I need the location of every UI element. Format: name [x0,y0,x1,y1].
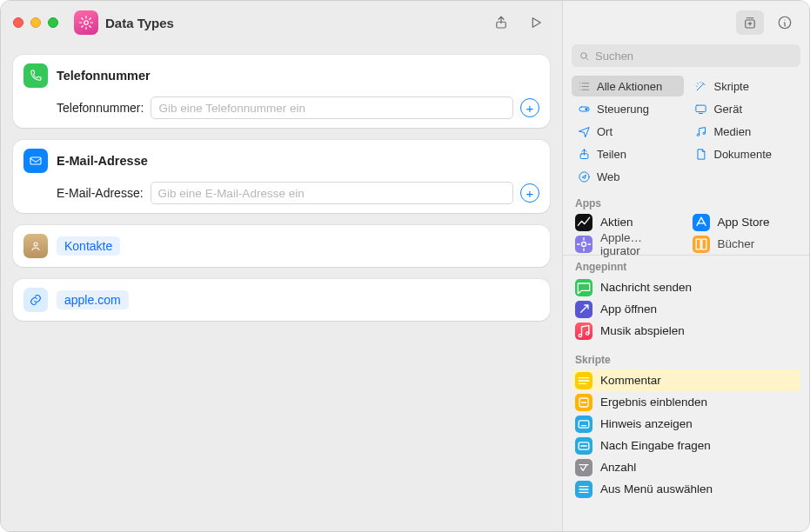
svg-point-11 [703,132,706,135]
app-item[interactable]: Aktien [572,211,684,233]
app-item[interactable]: Bücher [689,233,801,255]
svg-point-16 [586,331,589,334]
switch-icon [577,102,591,116]
svg-rect-9 [696,105,706,112]
sidebar-toolbar [563,1,809,44]
list-item[interactable]: Nachricht senden [572,276,800,298]
svg-point-15 [579,334,581,336]
editor-canvas[interactable]: Telefonnummer Telefonnummer: + E-Mail-Ad… [1,44,562,531]
category-share[interactable]: Teilen [572,143,684,164]
svg-point-3 [34,243,37,246]
param-label: Telefonnummer: [57,101,144,115]
category-label: Dokumente [714,148,772,161]
category-label: Medien [714,125,752,138]
add-value-button[interactable]: + [520,98,539,117]
open-app-icon [575,301,592,318]
list-icon [577,79,591,93]
compass-icon [577,170,591,183]
app-label: Bücher [718,237,755,250]
stocks-icon [575,214,592,231]
library-sidebar: Alle Aktionen Skripte Steuerung Gerät Or… [562,1,809,531]
document-icon [694,147,708,161]
category-web[interactable]: Web [572,166,684,187]
add-value-button[interactable]: + [520,183,539,203]
list-item[interactable]: Anzahl [572,456,800,478]
action-contacts[interactable]: Kontakte [13,225,550,267]
shortcut-icon [74,10,98,35]
wand-icon [694,79,708,93]
category-location[interactable]: Ort [572,121,684,142]
list-label: Musik abspielen [600,324,685,337]
action-title: Telefonnummer [57,69,151,83]
category-media[interactable]: Medien [689,121,801,142]
url-token[interactable]: apple.com [57,290,129,309]
categories: Alle Aktionen Skripte Steuerung Gerät Or… [563,74,809,192]
list-item[interactable]: Hinweis anzeigen [572,413,800,435]
run-button[interactable] [522,10,550,35]
info-button[interactable] [771,10,799,35]
list-item[interactable]: Ergebnis einblenden [572,391,800,413]
contacts-icon [23,234,48,258]
list-label: Nach Eingabe fragen [600,439,711,452]
svg-point-0 [84,21,89,25]
category-documents[interactable]: Dokumente [689,143,801,164]
category-scripts[interactable]: Skripte [689,76,801,96]
list-label: Anzahl [600,461,636,474]
category-label: Web [597,170,620,183]
search-icon [579,50,590,62]
apps-header: Apps [563,192,809,211]
list-label: Ergebnis einblenden [600,396,707,409]
action-phone[interactable]: Telefonnummer Telefonnummer: + [13,55,550,128]
action-url[interactable]: apple.com [13,279,550,321]
search-field[interactable] [572,44,800,67]
phone-input[interactable] [151,96,513,119]
location-icon [577,124,591,138]
ask-icon [575,437,592,455]
music-note-icon [694,124,708,138]
category-all[interactable]: Alle Aktionen [572,76,684,96]
share-button[interactable] [487,10,515,35]
message-icon [575,279,592,296]
window-controls [13,17,58,28]
list-item[interactable]: Nach Eingabe fragen [572,435,800,456]
svg-point-8 [585,107,587,110]
app-label: Aktien [600,216,633,229]
search-input[interactable] [595,50,793,63]
list-item[interactable]: Musik abspielen [572,320,800,342]
category-control[interactable]: Steuerung [572,98,684,119]
phone-icon [23,63,48,88]
svg-point-14 [582,242,586,246]
action-email[interactable]: E-Mail-Adresse E-Mail-Adresse: + [13,140,550,213]
share-icon [577,147,591,161]
monitor-icon [694,102,708,116]
minimize-window-button[interactable] [30,17,41,28]
param-label: E-Mail-Adresse: [57,186,144,200]
list-item[interactable]: Aus Menü auswählen [572,478,800,500]
action-title: E-Mail-Adresse [57,154,148,168]
svg-rect-2 [30,157,41,164]
zoom-window-button[interactable] [48,17,58,28]
app-item[interactable]: Apple…igurator [572,233,684,255]
configurator-icon [575,236,592,253]
category-device[interactable]: Gerät [689,98,801,119]
list-item[interactable]: App öffnen [572,298,800,320]
list-label: Nachricht senden [600,281,692,294]
books-icon [693,236,710,253]
app-item[interactable]: App Store [689,211,801,233]
main-pane: Data Types Telefonnummer Telefonnummer: [1,1,562,531]
svg-point-6 [581,52,587,58]
count-icon [575,459,592,476]
result-icon [575,394,592,411]
pinned-header: Angepinnt [563,256,809,275]
category-label: Steuerung [597,103,649,116]
close-window-button[interactable] [13,17,23,28]
appstore-icon [693,214,710,231]
category-label: Skripte [714,80,749,93]
library-button[interactable] [736,10,764,35]
contacts-token[interactable]: Kontakte [57,236,120,256]
email-input[interactable] [151,182,513,204]
list-item[interactable]: Kommentar [572,369,800,391]
list-label: Kommentar [600,374,661,387]
app-label: App Store [718,216,770,229]
list-label: Hinweis anzeigen [600,417,693,430]
